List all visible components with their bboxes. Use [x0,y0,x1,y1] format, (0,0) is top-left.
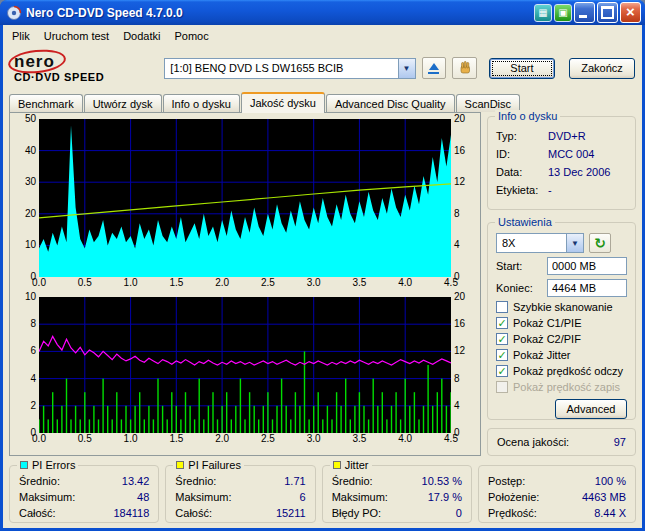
nero-logo: nero CD·DVD SPEED [10,53,158,83]
tab-info-o-dysku[interactable]: Info o dysku [163,94,240,112]
start-position-input[interactable] [547,257,627,275]
jitter-avg: 10.53 % [422,475,462,487]
stop-button[interactable]: Zakończ [569,58,635,79]
start-button[interactable]: Start [489,58,555,79]
position-value: 4463 MB [582,491,626,503]
pif-left-axis: 1086420 [14,297,39,433]
checkbox-icon [496,317,508,329]
drive-select[interactable]: [1:0] BENQ DVD LS DW1655 BCIB [164,58,415,79]
maximize-button[interactable] [597,2,618,23]
cd-dvd-speed-logo-text: CD·DVD SPEED [14,72,158,83]
checkbox-icon [496,365,508,377]
end-position-input[interactable] [547,279,627,297]
disc-info-title: Info o dysku [495,110,560,122]
pi-errors-left-axis: 50403020100 [14,119,39,277]
settings-title: Ustawienia [495,216,555,228]
eject-button[interactable] [422,57,447,79]
app-icon [6,5,22,21]
pif-right-axis: 201612840 [451,297,476,433]
disc-id-value: MCC 004 [548,148,594,160]
chevron-down-icon[interactable] [566,234,583,252]
menu-pomoc[interactable]: Pomoc [167,28,215,44]
quality-score-value: 97 [614,436,626,448]
pi-failures-max: 6 [300,491,306,503]
tab-jakosc-dysku[interactable]: Jakość dysku [241,92,325,113]
menubar: Plik Uruchom test Dodatki Pomoc [3,25,642,46]
app-window: Nero CD-DVD Speed 4.7.0.0 ▦ ▣ Plik Uruch… [0,0,645,531]
jitter-stats: Jitter Średnio:10.53 % Maksimum:17.9 % B… [322,465,472,523]
chevron-down-icon[interactable] [398,59,415,78]
tab-benchmark[interactable]: Benchmark [9,94,83,112]
checkbox-icon [496,333,508,345]
toolbar: nero CD·DVD SPEED [1:0] BENQ DVD LS DW16… [3,46,642,90]
pi-errors-stats: PI Errors Średnio:13.42 Maksimum:48 Cało… [9,465,159,523]
pi-errors-avg: 13.42 [122,475,150,487]
checkbox-pokaz-predkosc-zapisu[interactable]: Pokaż prędkość zapis [488,379,635,395]
close-button[interactable] [620,2,641,23]
pif-jitter-plot [39,297,451,433]
checkbox-pokaz-c1-pie[interactable]: Pokaż C1/PIE [488,315,635,331]
statistics-bar: PI Errors Średnio:13.42 Maksimum:48 Cało… [3,456,642,528]
pi-failures-avg: 1.71 [284,475,305,487]
speed-select[interactable]: 8X [496,233,584,253]
titlebar[interactable]: Nero CD-DVD Speed 4.7.0.0 ▦ ▣ [0,0,645,25]
window-title: Nero CD-DVD Speed 4.7.0.0 [26,6,530,20]
pi-failures-legend-swatch [176,461,184,469]
window-body: Plik Uruchom test Dodatki Pomoc nero CD·… [3,25,642,528]
speed-select-value: 8X [497,237,566,249]
titlebar-chart-icon[interactable]: ▦ [534,4,552,22]
checkbox-pokaz-c2-pif[interactable]: Pokaż C2/PIF [488,331,635,347]
quality-score-panel: Ocena jakości: 97 [487,428,636,456]
checkbox-szybkie-skanowanie[interactable]: Szybkie skanowanie [488,299,635,315]
drive-select-value: [1:0] BENQ DVD LS DW1655 BCIB [165,62,397,74]
pi-errors-plot [39,119,451,277]
advanced-button[interactable]: Advanced [555,399,627,419]
disc-date-value: 13 Dec 2006 [548,166,610,178]
right-panel: Info o dysku Typ:DVD+R ID:MCC 004 Data:1… [487,112,636,456]
pi-errors-legend-swatch [20,461,28,469]
progress-percent: 100 % [595,475,626,487]
jitter-legend-swatch [333,461,341,469]
checkbox-icon [496,381,508,393]
disc-info-panel: Info o dysku Typ:DVD+R ID:MCC 004 Data:1… [487,116,636,210]
minimize-button[interactable] [574,2,595,23]
quality-score-label: Ocena jakości: [497,436,569,448]
settings-panel: Ustawienia 8X Start: Koniec: Szybkie ska… [487,222,636,420]
refresh-button[interactable] [589,233,611,253]
pif-x-axis: 0.00.51.01.52.02.53.03.54.04.5 [39,433,451,446]
menu-dodatki[interactable]: Dodatki [116,28,167,44]
titlebar-disc-icon[interactable]: ▣ [554,4,572,22]
eject-icon [429,63,439,70]
checkbox-icon [496,349,508,361]
jitter-max: 17.9 % [428,491,462,503]
pi-errors-right-axis: 201612840 [451,119,476,277]
menu-uruchom-test[interactable]: Uruchom test [37,28,116,44]
hand-icon [457,60,473,76]
progress-panel: Postęp:100 % Położenie:4463 MB Prędkość:… [478,465,636,523]
disc-type-value: DVD+R [548,130,586,142]
pi-failures-total: 15211 [276,507,306,519]
pif-jitter-chart: 1086420 201612840 0.00.51.01.52.02.53.03… [14,297,476,446]
checkbox-pokaz-jitter[interactable]: Pokaż Jitter [488,347,635,363]
disc-label-value: - [548,184,552,196]
tab-advanced-disc-quality[interactable]: Advanced Disc Quality [326,94,455,112]
checkbox-icon [496,301,508,313]
pi-errors-x-axis: 0.00.51.01.52.02.53.03.54.04.5 [39,277,451,290]
menu-plik[interactable]: Plik [5,28,37,44]
chart-panel: 50403020100 201612840 0.00.51.01.52.02.5… [9,112,481,456]
hand-button[interactable] [452,57,477,79]
pi-errors-total: 184118 [113,507,149,519]
po-errors: 0 [456,507,462,519]
pi-failures-stats: PI Failures Średnio:1.71 Maksimum:6 Cało… [165,465,315,523]
tab-utworz-dysk[interactable]: Utwórz dysk [84,94,162,112]
speed-value: 8.44 X [594,507,626,519]
pi-errors-chart: 50403020100 201612840 0.00.51.01.52.02.5… [14,119,476,290]
tab-bar: Benchmark Utwórz dysk Info o dysku Jakoś… [3,90,642,112]
checkbox-pokaz-predkosc-odczytu[interactable]: Pokaż prędkość odczy [488,363,635,379]
pi-errors-max: 48 [137,491,149,503]
